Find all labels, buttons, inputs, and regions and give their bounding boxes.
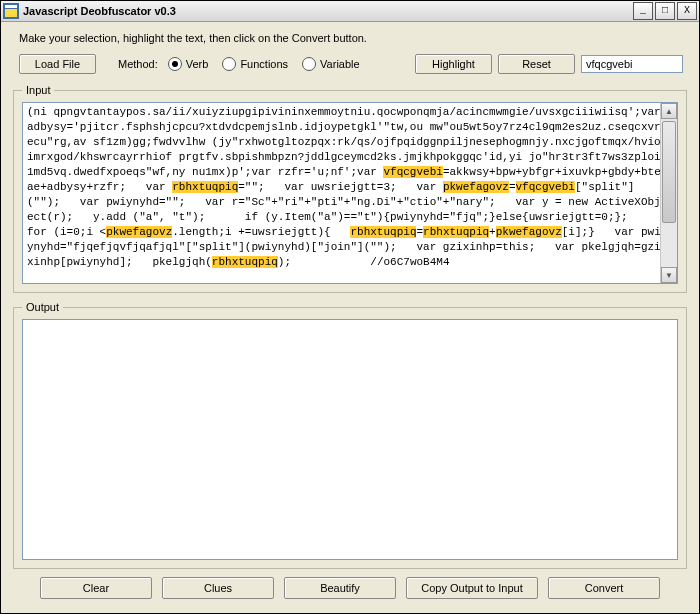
output-textarea[interactable] <box>22 319 678 560</box>
scroll-down-icon[interactable]: ▼ <box>661 267 677 283</box>
highlight-span: vfqcgvebi <box>383 166 442 178</box>
highlight-span: rbhxtuqpiq <box>423 226 489 238</box>
app-icon <box>3 3 19 19</box>
input-legend: Input <box>22 84 54 96</box>
highlight-button[interactable]: Highlight <box>415 54 492 74</box>
highlight-span: pkwefagovz <box>443 181 509 193</box>
scrollbar[interactable]: ▲ ▼ <box>660 103 677 283</box>
copy-output-button[interactable]: Copy Output to Input <box>406 577 538 599</box>
input-fieldset: Input (ni qpngvtantaypos.sa/ii/xuiyziupg… <box>13 84 687 293</box>
reset-button[interactable]: Reset <box>498 54 575 74</box>
highlight-span: rbhxtuqpiq <box>212 256 278 268</box>
highlight-span: rbhxtuqpiq <box>350 226 416 238</box>
radio-verb[interactable]: Verb <box>168 57 209 71</box>
close-button[interactable]: X <box>677 2 697 20</box>
radio-variable[interactable]: Variable <box>302 57 360 71</box>
output-legend: Output <box>22 301 63 313</box>
radio-verb-label: Verb <box>186 58 209 70</box>
window-body: Make your selection, highlight the text,… <box>1 22 699 613</box>
scroll-track[interactable] <box>661 119 677 267</box>
input-textarea[interactable]: (ni qpngvtantaypos.sa/ii/xuiyziupgipivin… <box>22 102 678 284</box>
radio-variable-label: Variable <box>320 58 360 70</box>
clear-button[interactable]: Clear <box>40 577 152 599</box>
clues-button[interactable]: Clues <box>162 577 274 599</box>
toolbar: Load File Method: Verb Functions Variabl… <box>19 54 683 74</box>
highlight-span: pkwefagovz <box>496 226 562 238</box>
radio-functions[interactable]: Functions <box>222 57 288 71</box>
highlight-span: rbhxtuqpiq <box>172 181 238 193</box>
svg-rect-2 <box>5 9 17 17</box>
radio-dot-icon <box>302 57 316 71</box>
load-file-button[interactable]: Load File <box>19 54 96 74</box>
convert-button[interactable]: Convert <box>548 577 660 599</box>
beautify-button[interactable]: Beautify <box>284 577 396 599</box>
svg-rect-1 <box>5 5 17 8</box>
radio-dot-icon <box>222 57 236 71</box>
minimize-button[interactable]: _ <box>633 2 653 20</box>
highlight-span: vfqcgvebi <box>516 181 575 193</box>
scroll-up-icon[interactable]: ▲ <box>661 103 677 119</box>
method-label: Method: <box>118 58 158 70</box>
search-input[interactable] <box>581 55 683 73</box>
maximize-button[interactable]: □ <box>655 2 675 20</box>
titlebar: Javascript Deobfuscator v0.3 _ □ X <box>1 1 699 22</box>
input-code: (ni qpngvtantaypos.sa/ii/xuiyziupgipivin… <box>23 103 677 272</box>
window-title: Javascript Deobfuscator v0.3 <box>23 5 631 17</box>
bottom-toolbar: Clear Clues Beautify Copy Output to Inpu… <box>11 569 689 605</box>
scroll-thumb[interactable] <box>662 121 676 223</box>
app-window: Javascript Deobfuscator v0.3 _ □ X Make … <box>0 0 700 614</box>
output-fieldset: Output <box>13 301 687 569</box>
radio-dot-icon <box>168 57 182 71</box>
radio-functions-label: Functions <box>240 58 288 70</box>
instruction-text: Make your selection, highlight the text,… <box>19 32 689 44</box>
highlight-span: pkwefagovz <box>106 226 172 238</box>
